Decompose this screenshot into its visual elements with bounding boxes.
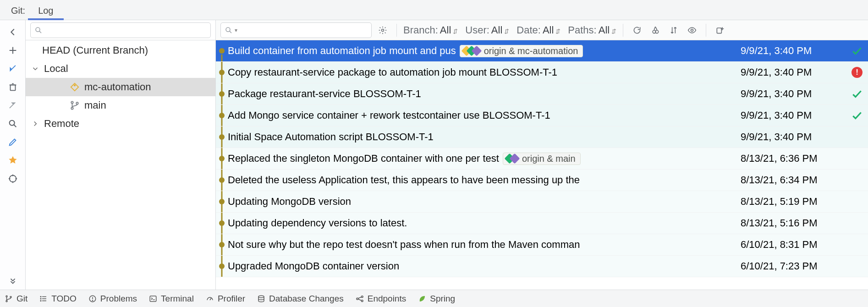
commit-row[interactable]: Updating dependency versions to latest.8…: [216, 213, 868, 234]
commit-dot-icon: [219, 263, 225, 269]
statusbar-endpoints[interactable]: Endpoints: [356, 294, 407, 304]
refresh-icon[interactable]: [630, 23, 644, 38]
branch-search-input[interactable]: [30, 22, 211, 38]
delete-icon[interactable]: [4, 78, 22, 96]
statusbar-label: Database Changes: [269, 294, 344, 304]
commit-dot-icon: [219, 199, 225, 204]
commit-date: 9/9/21, 3:40 PM: [741, 110, 846, 121]
commit-dot-icon: [219, 134, 225, 140]
svg-point-15: [71, 101, 73, 103]
cherry-pick-icon[interactable]: [648, 23, 663, 38]
tab-log[interactable]: Log: [28, 2, 63, 20]
commit-row[interactable]: Updating MongoDB version8/13/21, 5:19 PM: [216, 191, 868, 213]
statusbar-problems[interactable]: Problems: [88, 294, 137, 304]
svg-point-29: [10, 296, 11, 297]
branch-tree-pane: HEAD (Current Branch) Local mc-automatio…: [26, 20, 216, 290]
commit-row[interactable]: Initial Space Automation script BLOSSOM-…: [216, 126, 868, 148]
graph-cell: [216, 256, 228, 277]
commit-message: Add Mongo service container + rework tes…: [228, 110, 741, 121]
pull-icon[interactable]: [4, 60, 22, 78]
svg-point-14: [74, 85, 76, 86]
statusbar-terminal[interactable]: Terminal: [149, 294, 194, 304]
filter-user[interactable]: User:All⇵: [465, 24, 509, 36]
gear-icon[interactable]: [375, 23, 390, 38]
commit-date: 9/9/21, 3:40 PM: [741, 88, 846, 100]
endpoints-icon: [356, 295, 364, 303]
branch-icon: [70, 100, 80, 110]
statusbar-db-changes[interactable]: Database Changes: [257, 294, 344, 304]
add-icon[interactable]: [4, 41, 22, 60]
tree-local-group[interactable]: Local: [26, 60, 215, 78]
svg-line-6: [14, 125, 16, 127]
commit-message: Updating MongoDB version: [228, 196, 741, 208]
star-icon[interactable]: [4, 151, 22, 170]
terminal-icon: [149, 295, 157, 303]
branch-tree: HEAD (Current Branch) Local mc-automatio…: [26, 40, 215, 134]
branch-icon: [5, 295, 13, 303]
statusbar-label: Spring: [430, 294, 455, 304]
statusbar-git[interactable]: Git: [5, 294, 27, 304]
back-icon[interactable]: [4, 23, 22, 41]
statusbar-todo[interactable]: TODO: [39, 294, 77, 304]
commit-status: !: [846, 67, 868, 78]
new-branch-icon[interactable]: [713, 23, 727, 38]
statusbar-spring[interactable]: Spring: [418, 294, 455, 304]
svg-point-5: [9, 121, 14, 126]
commit-dot-icon: [219, 242, 225, 247]
statusbar-label: Git: [16, 294, 27, 304]
tree-branch-mc-automation[interactable]: mc-automation: [26, 78, 215, 96]
svg-point-38: [92, 300, 93, 301]
commit-row[interactable]: Copy restaurant-service package to autom…: [216, 62, 868, 83]
check-icon: [851, 45, 863, 57]
sort-icon[interactable]: [666, 23, 681, 38]
svg-line-13: [39, 31, 41, 33]
svg-point-17: [76, 102, 78, 104]
statusbar-profiler[interactable]: Profiler: [206, 294, 245, 304]
branch-tag[interactable]: origin & mc-automation: [460, 45, 583, 57]
graph-cell: [216, 62, 228, 83]
commit-row[interactable]: Build container from automation job moun…: [216, 40, 868, 62]
commit-row[interactable]: Replaced the singleton MongoDB container…: [216, 148, 868, 170]
commit-date: 8/13/21, 6:36 PM: [741, 153, 846, 164]
commit-message: Copy restaurant-service package to autom…: [228, 66, 741, 78]
push-icon[interactable]: [4, 96, 22, 115]
eye-icon[interactable]: [685, 23, 699, 38]
tree-remote-group[interactable]: Remote: [26, 115, 215, 133]
svg-point-28: [6, 300, 7, 302]
graph-cell: [216, 170, 228, 191]
more-icon[interactable]: [4, 271, 22, 290]
filter-paths[interactable]: Paths:All⇵: [568, 24, 616, 36]
commit-row[interactable]: Add Mongo service container + rework tes…: [216, 105, 868, 126]
statusbar-label: Problems: [100, 294, 137, 304]
graph-cell: [216, 191, 228, 212]
commit-log-pane: ▾ Branch:All⇵ User:All⇵ Date:All⇵ Paths:…: [216, 20, 868, 290]
target-icon[interactable]: [4, 170, 22, 188]
svg-point-12: [36, 27, 40, 32]
filter-branch[interactable]: Branch:All⇵: [403, 24, 458, 36]
dropdown-caret-icon: ▾: [235, 27, 237, 33]
commit-row[interactable]: Package restaurant-service BLOSSOM-T-19/…: [216, 83, 868, 105]
log-search-input[interactable]: ▾: [220, 22, 372, 38]
edit-icon[interactable]: [4, 133, 22, 151]
tree-branch-main[interactable]: main: [26, 96, 215, 115]
tree-head[interactable]: HEAD (Current Branch): [26, 41, 215, 60]
commit-message: Replaced the singleton MongoDB container…: [228, 153, 741, 165]
commit-row[interactable]: Upgraded MongoDB container version6/10/2…: [216, 256, 868, 277]
commit-date: 6/10/21, 7:23 PM: [741, 260, 846, 272]
commit-date: 8/13/21, 5:16 PM: [741, 217, 846, 229]
svg-point-18: [226, 27, 230, 32]
commit-row[interactable]: Not sure why but the repo test doesn't p…: [216, 234, 868, 256]
svg-point-35: [41, 300, 42, 301]
graph-cell: [216, 40, 228, 61]
commit-row[interactable]: Deleted the useless Application test, th…: [216, 170, 868, 191]
commit-dot-icon: [219, 220, 225, 226]
search-icon[interactable]: [4, 115, 22, 133]
branch-tag[interactable]: origin & main: [503, 153, 581, 165]
commit-list[interactable]: Build container from automation job moun…: [216, 40, 868, 290]
commit-message: Deleted the useless Application test, th…: [228, 174, 741, 186]
commit-dot-icon: [219, 91, 225, 97]
warn-icon: [88, 295, 97, 303]
log-filters: Branch:All⇵ User:All⇵ Date:All⇵ Paths:Al…: [403, 24, 616, 36]
separator: [623, 24, 623, 37]
filter-date[interactable]: Date:All⇵: [516, 24, 560, 36]
